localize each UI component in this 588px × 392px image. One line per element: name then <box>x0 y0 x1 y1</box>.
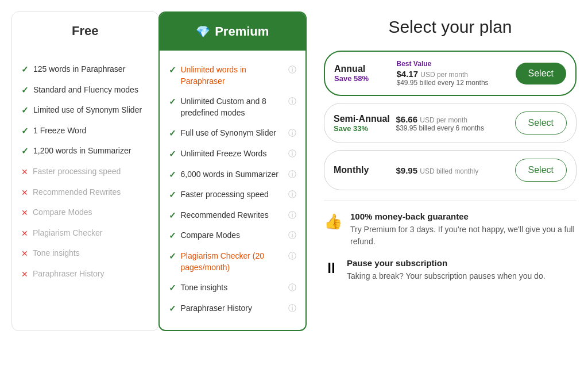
feature-text: Paraphraser History <box>181 303 284 314</box>
plans-comparison: Free ✓125 words in Paraphraser✓Standard … <box>11 11 307 331</box>
feature-text: Compare Modes <box>181 230 284 241</box>
info-icon[interactable]: ⓘ <box>288 303 296 314</box>
plan-price: $4.17 USD per month <box>397 69 510 79</box>
check-icon: ✓ <box>169 149 176 159</box>
plan-price: $6.66 USD per month <box>396 114 509 124</box>
info-icon[interactable]: ⓘ <box>288 97 296 107</box>
x-icon: ✕ <box>21 249 28 258</box>
guarantee-item: ⏸Pause your subscriptionTaking a break? … <box>324 258 577 282</box>
info-icon[interactable]: ⓘ <box>288 128 296 139</box>
free-plan-features: ✓125 words in Paraphraser✓Standard and F… <box>12 50 158 296</box>
list-item: ✓Limited use of Synonym Slider <box>21 100 149 121</box>
plan-name: Monthly <box>334 165 390 175</box>
list-item: ✕Faster processing speed <box>21 162 149 182</box>
check-icon: ✓ <box>169 303 176 314</box>
list-item: ✓Tone insightsⓘ <box>169 278 297 298</box>
plan-billed: $39.95 billed every 6 months <box>396 124 509 132</box>
list-item: ✓Unlimited Custom and 8 predefined modes… <box>169 91 297 123</box>
plan-option-monthly[interactable]: Monthly$9.95 USD billed monthlySelect <box>324 150 577 190</box>
info-icon[interactable]: ⓘ <box>288 283 296 293</box>
check-icon: ✓ <box>21 146 29 156</box>
list-item: ✓6,000 words in Summarizerⓘ <box>169 164 297 185</box>
x-icon: ✕ <box>21 270 28 279</box>
feature-text: Faster processing speed <box>181 189 284 201</box>
plan-option-semi-annual[interactable]: Semi-AnnualSave 33%$6.66 USD per month$3… <box>324 103 577 143</box>
feature-text: Tone insights <box>181 282 284 294</box>
list-item: ✓Faster processing speedⓘ <box>169 185 297 205</box>
list-item: ✓Paraphraser Historyⓘ <box>169 298 297 319</box>
list-item: ✓1 Freeze Word <box>21 121 149 141</box>
main-container: Free ✓125 words in Paraphraser✓Standard … <box>11 11 577 331</box>
info-icon[interactable]: ⓘ <box>288 251 296 262</box>
select-plan-button[interactable]: Select <box>515 159 567 182</box>
guarantee-description: Taking a break? Your subscription pauses… <box>347 270 546 282</box>
feature-text: 1 Freeze Word <box>33 125 149 137</box>
list-item: ✕Recommended Rewrites <box>21 182 149 203</box>
pricing-options: AnnualSave 58%Best Value$4.17 USD per mo… <box>324 51 577 190</box>
divider <box>324 201 577 201</box>
info-icon[interactable]: ⓘ <box>288 170 296 180</box>
plan-name: Annual <box>334 64 391 74</box>
select-plan-button[interactable]: Select <box>515 112 567 134</box>
list-item: ✓Standard and Fluency modes <box>21 80 149 101</box>
guarantee-title: 100% money-back guarantee <box>350 212 577 221</box>
feature-text: Unlimited Custom and 8 predefined modes <box>181 96 284 118</box>
list-item: ✓1,200 words in Summarizer <box>21 141 149 162</box>
check-icon: ✓ <box>21 64 29 75</box>
x-icon: ✕ <box>21 167 28 176</box>
feature-text: 1,200 words in Summarizer <box>33 145 149 157</box>
check-icon: ✓ <box>21 85 29 95</box>
feature-text: Plagiarism Checker <box>33 228 149 239</box>
check-icon: ✓ <box>169 251 176 262</box>
info-icon[interactable]: ⓘ <box>288 149 296 159</box>
feature-text: Faster processing speed <box>33 166 149 178</box>
check-icon: ✓ <box>169 210 176 221</box>
list-item: ✓Unlimited Freeze Wordsⓘ <box>169 144 297 164</box>
info-icon[interactable]: ⓘ <box>288 190 296 200</box>
feature-text: Limited use of Synonym Slider <box>33 105 149 116</box>
best-value-badge: Best Value <box>397 60 510 68</box>
plan-option-annual[interactable]: AnnualSave 58%Best Value$4.17 USD per mo… <box>324 51 577 96</box>
plan-save-badge: Save 33% <box>334 124 390 133</box>
list-item: ✕Paraphraser History <box>21 264 149 285</box>
feature-text: 125 words in Paraphraser <box>33 64 149 75</box>
list-item: ✓Full use of Synonym Sliderⓘ <box>169 123 297 144</box>
premium-plan-title: 💎 Premium <box>171 24 295 39</box>
check-icon: ✓ <box>169 170 176 180</box>
list-item: ✓Plagiarism Checker (20 pages/month)ⓘ <box>169 246 297 278</box>
check-icon: ✓ <box>21 126 29 136</box>
plan-name: Semi-Annual <box>334 114 390 124</box>
feature-text: Tone insights <box>33 248 149 259</box>
check-icon: ✓ <box>169 97 176 107</box>
premium-plan-header: 💎 Premium <box>160 13 306 51</box>
check-icon: ✓ <box>169 283 176 293</box>
plan-price: $9.95 USD billed monthly <box>396 166 509 175</box>
x-icon: ✕ <box>21 208 28 217</box>
diamond-icon: 💎 <box>196 25 210 39</box>
list-item: ✕Tone insights <box>21 243 149 264</box>
list-item: ✕Compare Modes <box>21 202 149 223</box>
plan-save-badge: Save 58% <box>334 74 391 83</box>
info-icon[interactable]: ⓘ <box>288 230 296 241</box>
info-icon[interactable]: ⓘ <box>288 65 296 75</box>
guarantee-description: Try Premium for 3 days. If you're not ha… <box>350 224 577 248</box>
check-icon: ✓ <box>169 128 176 139</box>
free-plan-title: Free <box>24 24 147 39</box>
feature-text: Compare Modes <box>33 207 149 218</box>
feature-text: Recommended Rewrites <box>33 187 149 198</box>
guarantee-item: 👍100% money-back guaranteeTry Premium fo… <box>324 212 577 248</box>
feature-text: Plagiarism Checker (20 pages/month) <box>181 251 284 273</box>
guarantee-section: 👍100% money-back guaranteeTry Premium fo… <box>324 212 577 282</box>
feature-text: 6,000 words in Summarizer <box>181 169 284 180</box>
x-icon: ✕ <box>21 188 28 197</box>
feature-text: Full use of Synonym Slider <box>181 128 284 139</box>
info-icon[interactable]: ⓘ <box>288 210 296 221</box>
select-plan-button[interactable]: Select <box>516 63 566 84</box>
check-icon: ✓ <box>169 230 176 241</box>
check-icon: ✓ <box>169 65 176 75</box>
free-plan-column: Free ✓125 words in Paraphraser✓Standard … <box>11 11 159 331</box>
list-item: ✓Unlimited words in Paraphraserⓘ <box>169 60 297 91</box>
check-icon: ✓ <box>21 105 29 116</box>
feature-text: Unlimited words in Paraphraser <box>181 64 284 87</box>
x-icon: ✕ <box>21 229 28 238</box>
